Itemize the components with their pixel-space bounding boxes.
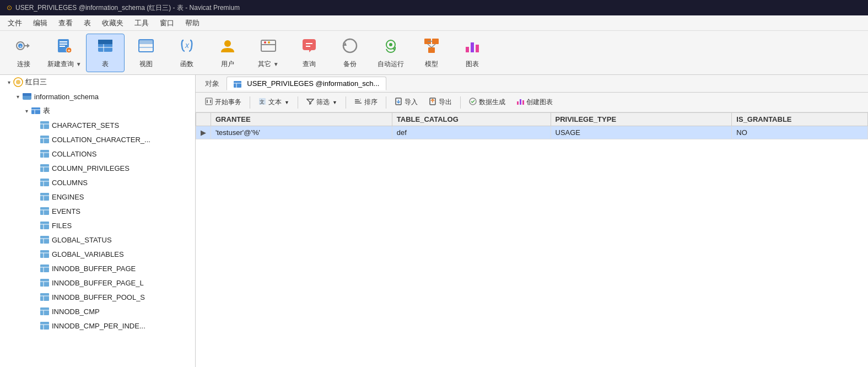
table-icon — [40, 134, 50, 144]
action-btn-import[interactable]: 导入 — [390, 95, 423, 109]
tree-table-item[interactable]: GLOBAL_STATUS — [0, 233, 195, 247]
col-header-privilege_type: PRIVILEGE_TYPE — [551, 113, 732, 126]
table-label: 表 — [102, 60, 109, 69]
filter-icon — [306, 98, 314, 107]
tree-table-item[interactable]: INNODB_BUFFER_POOL_S — [0, 290, 195, 304]
svg-rect-80 — [40, 293, 49, 301]
menu-item-查看[interactable]: 查看 — [53, 16, 78, 30]
toolbar-btn-user[interactable]: 用户 — [208, 34, 247, 72]
table-name: EVENTS — [52, 207, 80, 215]
titlebar: ⊙ USER_PRIVILEGES @information_schema (红… — [0, 0, 868, 15]
svg-rect-29 — [432, 39, 439, 44]
toolbar-btn-other[interactable]: 其它 ▼ — [249, 34, 288, 72]
table-name: COLUMN_PRIVILEGES — [52, 164, 130, 172]
connect-icon: + — [15, 37, 33, 57]
content-area: 对象 USER_PRIVILEGES @information_sch... 开… — [196, 75, 868, 367]
menu-item-编辑[interactable]: 编辑 — [28, 16, 53, 30]
tree-table-item[interactable]: INNODB_CMP_PER_INDE... — [0, 319, 195, 333]
user-icon — [219, 37, 236, 57]
tree-table-item[interactable]: COLLATION_CHARACTER_... — [0, 132, 195, 147]
svg-rect-83 — [40, 307, 49, 315]
view-label: 视图 — [139, 60, 153, 69]
tree-table-item[interactable]: FILES — [0, 218, 195, 233]
tab-0[interactable]: 对象 — [198, 76, 227, 91]
tree-table-item[interactable]: EVENTS — [0, 204, 195, 218]
svg-rect-65 — [40, 222, 49, 229]
chart-label: 图表 — [466, 60, 479, 69]
action-btn-data-gen[interactable]: 数据生成 — [464, 95, 510, 109]
tree-table-item[interactable]: ENGINES — [0, 190, 195, 204]
table-icon — [40, 263, 50, 273]
table-name: COLUMNS — [52, 179, 88, 187]
table-name: ENGINES — [52, 193, 84, 201]
action-divider — [298, 96, 298, 109]
toolbar-btn-backup[interactable]: 备份 — [331, 34, 369, 72]
toolbar-btn-new-query[interactable]: +新建查询 ▼ — [45, 34, 84, 72]
action-btn-export[interactable]: 导出 — [424, 95, 457, 109]
menu-item-窗口[interactable]: 窗口 — [154, 16, 180, 30]
svg-point-20 — [264, 41, 266, 44]
new-query-icon: + — [56, 37, 73, 57]
menu-item-收藏夹[interactable]: 收藏夹 — [96, 16, 129, 30]
cell-grantee: 'testuser'@'%' — [211, 126, 392, 139]
svg-rect-5 — [60, 44, 67, 45]
action-btn-sort[interactable]: ↕排序 — [349, 95, 382, 109]
menu-item-帮助[interactable]: 帮助 — [180, 16, 205, 30]
table-icon — [40, 321, 50, 331]
toolbar-btn-connect[interactable]: +连接 — [4, 34, 43, 72]
svg-text:+: + — [68, 47, 71, 53]
menu-item-工具[interactable]: 工具 — [129, 16, 154, 30]
svg-text:文: 文 — [260, 99, 265, 105]
tree-table-item[interactable]: COLUMNS — [0, 175, 195, 190]
svg-rect-68 — [40, 236, 49, 244]
tree-connection[interactable]: ▾ 红日三 — [0, 75, 195, 89]
database-icon — [22, 91, 32, 101]
toolbar-btn-function[interactable]: x函数 — [168, 34, 206, 72]
tree-table-item[interactable]: INNODB_BUFFER_PAGE — [0, 261, 195, 276]
new-query-label: 新建查询 ▼ — [47, 60, 81, 69]
backup-icon — [341, 37, 359, 57]
toolbar-btn-table[interactable]: 表 — [86, 34, 125, 72]
chart-icon — [463, 37, 481, 57]
model-label: 模型 — [425, 60, 438, 69]
title-icon: ⊙ — [7, 4, 12, 12]
action-btn-filter[interactable]: 筛选▼ — [301, 95, 342, 109]
svg-rect-40 — [23, 93, 31, 96]
cell-is-grantable: NO — [732, 126, 868, 139]
tree-table-item[interactable]: GLOBAL_VARIABLES — [0, 247, 195, 261]
action-btn-begin-transaction[interactable]: 开始事务 — [200, 95, 246, 109]
action-btn-create-chart[interactable]: 创建图表 — [511, 95, 558, 109]
model-icon — [423, 37, 440, 57]
toolbar-btn-chart[interactable]: 图表 — [453, 34, 492, 72]
tree-table-item[interactable]: INNODB_CMP — [0, 304, 195, 319]
toolbar-btn-auto-run[interactable]: 自动运行 — [371, 34, 410, 72]
menu-item-文件[interactable]: 文件 — [2, 16, 28, 30]
table-row[interactable]: ▶'testuser'@'%'defUSAGENO — [196, 126, 868, 139]
tree-table-item[interactable]: CHARACTER_SETS — [0, 118, 195, 132]
auto-run-icon — [382, 37, 400, 57]
table-name: COLLATIONS — [52, 150, 96, 158]
table-icon — [40, 306, 50, 316]
col-header-table_catalog: TABLE_CATALOG — [392, 113, 551, 126]
toolbar-btn-model[interactable]: 模型 — [412, 34, 451, 72]
toolbar-btn-query[interactable]: 查询 — [290, 34, 328, 72]
table-header: GRANTEETABLE_CATALOGPRIVILEGE_TYPEIS_GRA… — [196, 113, 868, 126]
toolbar-btn-view[interactable]: 视图 — [127, 34, 165, 72]
svg-text:x: x — [185, 41, 190, 50]
tree-table-item[interactable]: INNODB_BUFFER_PAGE_L — [0, 276, 195, 290]
table-icon — [96, 37, 114, 57]
sort-icon: ↕ — [354, 98, 362, 107]
tree-table-item[interactable]: COLLATIONS — [0, 147, 195, 161]
tree-database[interactable]: ▾ information_schema — [0, 89, 195, 104]
menu-item-表[interactable]: 表 — [78, 16, 96, 30]
data-gen-label: 数据生成 — [479, 98, 505, 107]
tree-tables-group[interactable]: ▾ 表 — [0, 104, 195, 118]
query-icon — [300, 37, 318, 57]
action-btn-text[interactable]: 文文本▼ — [254, 95, 294, 109]
table-name: COLLATION_CHARACTER_... — [52, 136, 150, 144]
svg-rect-105 — [520, 99, 521, 105]
tab-1[interactable]: USER_PRIVILEGES @information_sch... — [227, 77, 386, 90]
title-text: USER_PRIVILEGES @information_schema (红日三… — [15, 3, 240, 13]
svg-rect-36 — [476, 45, 479, 52]
tree-table-item[interactable]: COLUMN_PRIVILEGES — [0, 161, 195, 175]
